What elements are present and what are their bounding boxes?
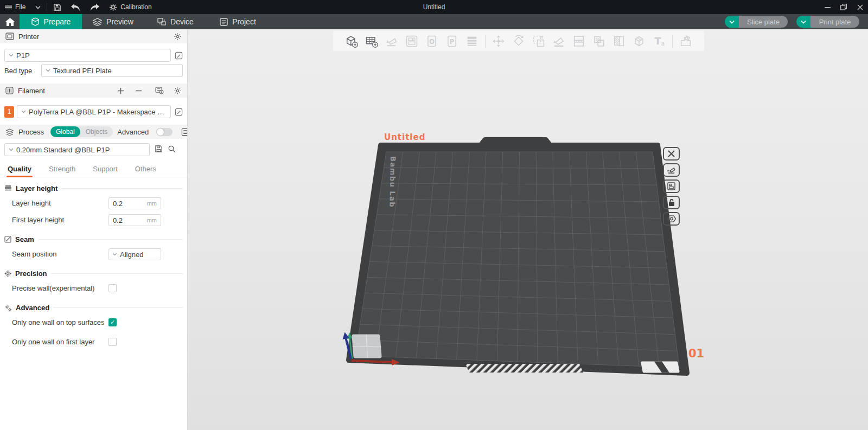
titlebar: File Calibration Untitled: [0, 0, 868, 14]
tab-device-label: Device: [170, 17, 194, 26]
maximize-icon: [840, 4, 847, 10]
seam-position-select[interactable]: Aligned: [108, 248, 161, 260]
redo-button[interactable]: [85, 0, 104, 14]
tab-project[interactable]: Project: [207, 14, 269, 29]
save-button[interactable]: [48, 0, 66, 14]
home-button[interactable]: [0, 14, 20, 29]
close-button[interactable]: [852, 0, 868, 14]
settings-sidebar: Printer P1P Bed type Textu: [0, 29, 188, 430]
process-scope-toggle: Global Objects: [50, 126, 113, 137]
process-section-title: Process: [18, 128, 44, 136]
filament-edit-button[interactable]: [175, 108, 183, 116]
tab-preview[interactable]: Preview: [82, 14, 144, 29]
layer-height-icon: [4, 185, 12, 192]
print-plate-button[interactable]: Print plate: [810, 16, 859, 28]
chevron-down-icon: [46, 69, 50, 72]
calibration-button[interactable]: Calibration: [104, 0, 156, 14]
search-preset-icon[interactable]: [168, 145, 176, 155]
plate-corner-marker: [642, 362, 678, 373]
save-preset-icon[interactable]: [155, 145, 163, 155]
filament-preset-select[interactable]: PolyTerra PLA @BBL P1P - Makerspace Tune…: [17, 105, 171, 118]
file-menu-dropdown-button[interactable]: [30, 0, 46, 14]
3d-viewport[interactable]: O P Ta: [188, 29, 868, 430]
redo-icon: [90, 4, 99, 11]
tab-support[interactable]: Support: [93, 163, 118, 177]
file-menu-label: File: [15, 3, 25, 11]
precision-icon: [4, 270, 11, 277]
plate-title[interactable]: Untitled: [384, 132, 425, 142]
slice-plate-split-button: Slice plate: [725, 16, 788, 28]
minimize-button[interactable]: [819, 0, 835, 14]
seam-group-header: Seam: [4, 235, 183, 243]
parameter-table-icon[interactable]: [181, 128, 188, 136]
ams-sync-icon[interactable]: [155, 87, 164, 94]
minimize-icon: [825, 4, 831, 10]
layer-height-unit: mm: [147, 200, 157, 207]
prepare-icon: [31, 17, 40, 26]
filament-preset-value: PolyTerra PLA @BBL P1P - Makerspace Tune…: [29, 108, 167, 116]
delete-plate-button[interactable]: [663, 147, 680, 161]
tab-others[interactable]: Others: [135, 163, 156, 177]
undo-button[interactable]: [66, 0, 85, 14]
tab-device[interactable]: Device: [144, 14, 207, 29]
only-one-wall-top-checkbox[interactable]: ✓: [108, 318, 117, 326]
plate-settings-button[interactable]: [663, 212, 680, 226]
seam-position-row: Seam position Aligned: [12, 248, 183, 260]
maximize-button[interactable]: [835, 0, 852, 14]
titlebar-divider: [47, 3, 47, 11]
process-preset-select[interactable]: 0.20mm Standard @BBL P1P: [4, 143, 150, 156]
preview-icon: [93, 18, 102, 26]
advanced-mode-toggle[interactable]: [156, 128, 173, 136]
filament-row: 1 PolyTerra PLA @BBL P1P - Makerspace Tu…: [4, 105, 183, 118]
filament-settings-gear-icon[interactable]: [174, 87, 182, 95]
print-options-button[interactable]: [796, 16, 810, 28]
lock-plate-button[interactable]: [663, 196, 680, 209]
printer-preset-value: P1P: [16, 52, 30, 60]
plate-actions: [663, 147, 680, 226]
filament-slot-badge[interactable]: 1: [4, 106, 14, 118]
layer-height-row: Layer height 0.2 mm: [12, 197, 183, 209]
first-layer-height-unit: mm: [147, 217, 157, 223]
tab-strength[interactable]: Strength: [49, 163, 75, 177]
bambu-studio-window: File Calibration Untitled: [0, 0, 868, 430]
arrange-plate-button[interactable]: [663, 179, 680, 193]
tab-project-label: Project: [232, 17, 256, 26]
scope-global-button[interactable]: Global: [50, 126, 80, 137]
bed-type-select[interactable]: Textured PEI Plate: [41, 64, 183, 77]
precise-wall-row: Precise wall(experimental) ✓: [12, 283, 183, 294]
process-preset-value: 0.20mm Standard @BBL P1P: [16, 146, 110, 154]
scope-objects-button[interactable]: Objects: [80, 126, 113, 137]
layer-height-input[interactable]: 0.2 mm: [108, 197, 161, 209]
add-filament-icon[interactable]: [117, 87, 124, 94]
process-preset-row: 0.20mm Standard @BBL P1P: [4, 143, 183, 156]
undo-icon: [71, 4, 80, 11]
printer-preset-row: P1P: [4, 49, 183, 62]
lock-icon: [668, 198, 675, 207]
save-icon: [53, 3, 61, 11]
menu-icon: [5, 4, 12, 11]
close-icon: [857, 4, 863, 10]
slice-plate-button[interactable]: Slice plate: [739, 16, 788, 28]
window-controls: [819, 0, 868, 14]
only-one-wall-first-checkbox[interactable]: ✓: [108, 338, 117, 346]
tab-prepare[interactable]: Prepare: [20, 14, 82, 29]
printer-edit-button[interactable]: [175, 52, 183, 60]
precise-wall-label: Precise wall(experimental): [12, 283, 108, 292]
first-layer-height-input[interactable]: 0.2 mm: [108, 214, 161, 226]
chevron-down-icon: [801, 20, 806, 24]
slice-options-button[interactable]: [725, 16, 739, 28]
chevron-down-icon: [9, 148, 14, 151]
remove-filament-icon[interactable]: [135, 87, 142, 94]
titlebar-left: File Calibration: [0, 0, 157, 14]
only-one-wall-top-row: Only one wall on top surfaces ✓: [12, 317, 183, 329]
precise-wall-checkbox[interactable]: ✓: [108, 284, 117, 292]
tab-quality[interactable]: Quality: [8, 163, 31, 177]
build-plate[interactable]: Untitled Bambu Lab 01: [188, 29, 867, 430]
printer-preset-select[interactable]: P1P: [4, 49, 171, 62]
advanced-group-title: Advanced: [16, 304, 49, 312]
orient-plate-button[interactable]: [663, 163, 680, 177]
printer-settings-gear-icon[interactable]: [174, 33, 182, 41]
file-menu[interactable]: File: [0, 0, 30, 14]
chevron-down-icon: [9, 54, 14, 57]
precision-group-title: Precision: [15, 269, 47, 278]
